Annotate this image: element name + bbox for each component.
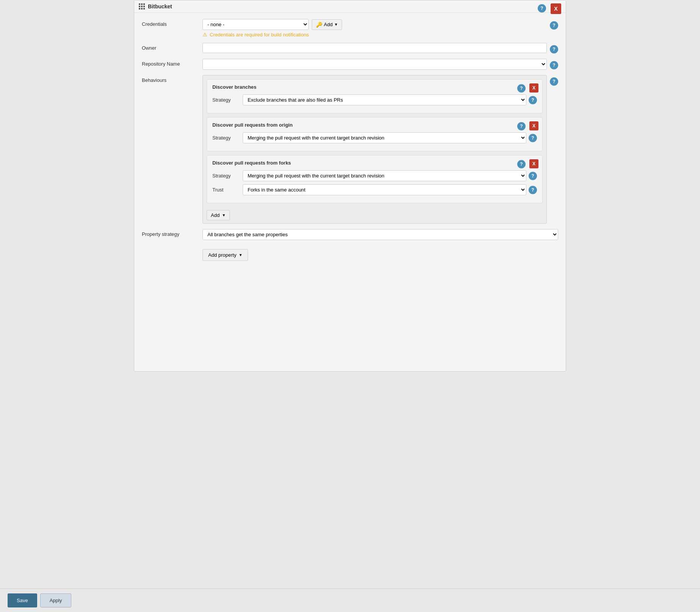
discover-branches-title: Discover branches bbox=[212, 84, 537, 90]
behaviours-add-label: Add bbox=[211, 212, 220, 218]
title-bar-left: Bitbucket bbox=[139, 3, 172, 9]
discover-pr-origin-help[interactable]: ? bbox=[517, 122, 526, 130]
add-property-row: Add property ▼ bbox=[142, 245, 558, 261]
repository-name-help-button[interactable]: ? bbox=[550, 61, 558, 69]
behaviours-label: Behaviours bbox=[142, 75, 202, 83]
discover-pr-forks-close[interactable]: X bbox=[529, 159, 538, 168]
behaviours-add-button[interactable]: Add ▼ bbox=[207, 210, 230, 220]
behaviours-panel: X ? Discover branches Strategy Exclude b… bbox=[202, 75, 547, 224]
property-strategy-label: Property strategy bbox=[142, 229, 202, 237]
credentials-top: - none - 🔑 Add ▼ bbox=[202, 19, 547, 30]
credentials-field-area: - none - 🔑 Add ▼ ⚠ Credentials are requi… bbox=[202, 19, 547, 38]
behaviours-add-arrow: ▼ bbox=[222, 213, 226, 217]
key-icon: 🔑 bbox=[316, 22, 322, 28]
owner-field-area bbox=[202, 43, 547, 53]
discover-pr-forks-strategy-help[interactable]: ? bbox=[529, 172, 537, 180]
discover-pr-origin-close[interactable]: X bbox=[529, 121, 538, 130]
discover-pr-forks-title: Discover pull requests from forks bbox=[212, 160, 537, 166]
discover-pr-forks-strategy-field: Strategy Merging the pull request with t… bbox=[212, 170, 537, 181]
credentials-help-col: ? bbox=[550, 19, 558, 30]
discover-branches-strategy-field: Strategy Exclude branches that are also … bbox=[212, 94, 537, 105]
discover-pr-forks-trust-select[interactable]: Forks in the same account Nobody Everybo… bbox=[243, 184, 526, 195]
credentials-add-button[interactable]: 🔑 Add ▼ bbox=[312, 19, 342, 30]
repository-name-label: Repository Name bbox=[142, 59, 202, 67]
owner-row: Owner ? bbox=[142, 43, 558, 53]
discover-pr-origin-item: X ? Discover pull requests from origin S… bbox=[207, 117, 543, 151]
main-content: Credentials - none - 🔑 Add ▼ ⚠ bbox=[134, 13, 566, 272]
owner-help-col: ? bbox=[550, 43, 558, 53]
discover-branches-close[interactable]: X bbox=[529, 83, 538, 93]
grid-icon bbox=[139, 3, 145, 9]
credentials-add-label: Add bbox=[324, 22, 333, 27]
discover-pr-origin-strategy-label: Strategy bbox=[212, 135, 243, 141]
add-property-label: Add property bbox=[208, 252, 236, 258]
discover-branches-item: X ? Discover branches Strategy Exclude b… bbox=[207, 79, 543, 113]
owner-input[interactable] bbox=[202, 43, 547, 53]
warning-icon: ⚠ bbox=[202, 31, 207, 38]
credentials-select[interactable]: - none - bbox=[202, 19, 309, 30]
owner-help-button[interactable]: ? bbox=[550, 45, 558, 53]
add-property-spacer bbox=[142, 245, 202, 248]
discover-pr-forks-strategy-label: Strategy bbox=[212, 173, 243, 179]
credentials-inner: - none - 🔑 Add ▼ ⚠ Credentials are requi… bbox=[202, 19, 547, 38]
discover-pr-origin-strategy-select[interactable]: Merging the pull request with the curren… bbox=[243, 132, 526, 143]
discover-pr-forks-trust-label: Trust bbox=[212, 187, 243, 193]
repository-name-field-area bbox=[202, 59, 547, 70]
discover-pr-forks-strategy-select[interactable]: Merging the pull request with the curren… bbox=[243, 170, 526, 181]
discover-pr-origin-strategy-help[interactable]: ? bbox=[529, 134, 537, 142]
top-help-button[interactable]: ? bbox=[538, 4, 546, 13]
behaviours-help-button[interactable]: ? bbox=[550, 77, 558, 86]
discover-pr-forks-help[interactable]: ? bbox=[517, 160, 526, 168]
property-strategy-field-area: All branches get the same properties Nam… bbox=[202, 229, 558, 240]
credentials-warning-text: Credentials are required for build notif… bbox=[210, 32, 309, 38]
owner-label: Owner bbox=[142, 43, 202, 51]
behaviours-add-area: Add ▼ bbox=[203, 207, 546, 223]
add-dropdown-arrow: ▼ bbox=[334, 22, 338, 27]
title-bar: Bitbucket X ? bbox=[134, 0, 566, 13]
discover-branches-help[interactable]: ? bbox=[517, 84, 526, 93]
close-button[interactable]: X bbox=[551, 3, 561, 14]
discover-pr-origin-strategy-field: Strategy Merging the pull request with t… bbox=[212, 132, 537, 143]
discover-branches-strategy-label: Strategy bbox=[212, 97, 243, 103]
add-property-area: Add property ▼ bbox=[202, 245, 558, 261]
property-strategy-row: Property strategy All branches get the s… bbox=[142, 229, 558, 240]
repository-name-row: Repository Name ? bbox=[142, 59, 558, 70]
add-property-button[interactable]: Add property ▼ bbox=[202, 249, 248, 261]
discover-branches-strategy-help[interactable]: ? bbox=[529, 96, 537, 104]
window-title: Bitbucket bbox=[148, 3, 172, 9]
repository-name-help-col: ? bbox=[550, 59, 558, 69]
credentials-label: Credentials bbox=[142, 19, 202, 27]
discover-pr-forks-trust-help[interactable]: ? bbox=[529, 186, 537, 194]
credentials-help-button[interactable]: ? bbox=[550, 21, 558, 30]
discover-pr-forks-item: X ? Discover pull requests from forks St… bbox=[207, 155, 543, 203]
discover-branches-strategy-select[interactable]: Exclude branches that are also filed as … bbox=[243, 94, 526, 105]
discover-pr-forks-trust-field: Trust Forks in the same account Nobody E… bbox=[212, 184, 537, 195]
behaviours-row: Behaviours X ? Discover branches Strateg… bbox=[142, 75, 558, 224]
behaviours-help-col: ? bbox=[550, 75, 558, 86]
property-strategy-select[interactable]: All branches get the same properties Nam… bbox=[202, 229, 558, 240]
discover-pr-origin-title: Discover pull requests from origin bbox=[212, 122, 537, 128]
credentials-row: Credentials - none - 🔑 Add ▼ ⚠ bbox=[142, 19, 558, 38]
credentials-warning: ⚠ Credentials are required for build not… bbox=[202, 31, 547, 38]
repository-name-select[interactable] bbox=[202, 59, 547, 70]
add-property-arrow: ▼ bbox=[239, 253, 242, 257]
